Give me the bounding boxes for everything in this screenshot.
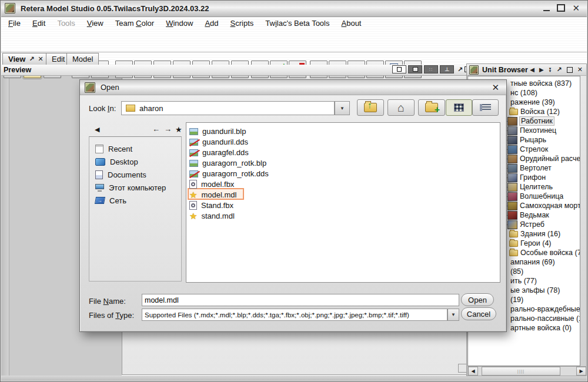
maximize-icon[interactable] bbox=[557, 4, 565, 12]
fbx-file-icon bbox=[189, 180, 197, 189]
tree-item[interactable]: ампания (69) bbox=[510, 257, 555, 267]
tab-restore-icon[interactable]: ↗ bbox=[29, 55, 34, 63]
menu-item-view[interactable]: View bbox=[81, 18, 109, 29]
folder-icon bbox=[509, 240, 518, 247]
places-collapse-icon[interactable]: ◀ bbox=[95, 126, 99, 133]
tree-item-folder[interactable]: Войска (12) bbox=[509, 107, 560, 116]
file-row[interactable]: model.fbx bbox=[189, 179, 234, 189]
tree-item[interactable]: ить (77) bbox=[510, 276, 537, 286]
fbx-file-icon bbox=[189, 201, 197, 210]
ub-left-icon[interactable]: ◀ bbox=[530, 66, 534, 73]
dialog-close-icon[interactable]: ✕ bbox=[492, 82, 499, 93]
blp-file-icon bbox=[189, 128, 198, 135]
favorites-icon[interactable]: ★ bbox=[175, 125, 182, 134]
place-documents[interactable]: Documents bbox=[95, 170, 146, 179]
cancel-button[interactable]: Cancel bbox=[461, 307, 496, 320]
tree-item-unit[interactable]: Вертолет bbox=[499, 163, 552, 173]
file-row[interactable]: guanduril.dds bbox=[189, 137, 248, 147]
unit-browser-header[interactable]: Unit Browser ◀ ▶ ▼▼ ↗ ✕ bbox=[467, 64, 586, 76]
look-in-combo[interactable]: aharon bbox=[121, 101, 335, 115]
file-list[interactable]: guanduril.blp guanduril.dds guaragfel.dd… bbox=[186, 122, 500, 283]
tab-model[interactable]: Model bbox=[66, 53, 99, 65]
tree-item-unit[interactable]: Волшебница bbox=[499, 192, 563, 201]
unit-browser-icon bbox=[469, 65, 479, 75]
menu-item-scripts[interactable]: Scripts bbox=[225, 18, 260, 29]
open-button[interactable]: Open bbox=[461, 293, 494, 306]
file-row[interactable]: guanduril.blp bbox=[189, 126, 246, 136]
new-folder-button[interactable]: + bbox=[418, 99, 445, 116]
view-mode-points-button[interactable]: :: bbox=[424, 65, 438, 73]
up-folder-button[interactable]: ↑ bbox=[357, 99, 384, 116]
ub-close-icon[interactable]: ✕ bbox=[577, 66, 583, 73]
tree-item[interactable]: ражение (39) bbox=[510, 98, 555, 107]
title-bar[interactable]: Retera Model Studio 0.05.TwilacsTruly3D.… bbox=[0, 0, 588, 17]
hscroll-left-button[interactable]: ◀ bbox=[468, 367, 478, 376]
dialog-title-bar[interactable]: Open ✕ bbox=[80, 80, 506, 95]
file-row[interactable]: guaragorn_rotk.blp bbox=[189, 158, 266, 168]
ub-collapse-icon[interactable]: ▼▼ bbox=[549, 68, 552, 72]
place-recent[interactable]: Recent bbox=[95, 144, 132, 153]
menu-item-twilacs-beta-tools[interactable]: Twilac's Beta Tools bbox=[259, 18, 335, 29]
view-mode-solid-button[interactable] bbox=[408, 65, 422, 73]
unit-portrait-icon bbox=[507, 155, 517, 163]
file-name-input[interactable] bbox=[142, 294, 459, 306]
file-row[interactable]: ★stand.mdl bbox=[189, 211, 235, 221]
tree-item-unit[interactable]: Целитель bbox=[499, 182, 553, 192]
ub-restore-icon[interactable]: ↗ bbox=[557, 66, 562, 73]
unit-portrait-icon bbox=[507, 145, 517, 154]
file-row[interactable]: guaragorn_rotk.dds bbox=[189, 169, 269, 179]
mdl-file-icon: ★ bbox=[189, 191, 197, 199]
home-button[interactable]: ⌂ bbox=[387, 99, 415, 116]
selected-tree-label: Работник bbox=[520, 117, 554, 125]
tree-item[interactable]: тные войска (837) bbox=[510, 79, 572, 88]
tree-item[interactable]: рально-пассивные (17 bbox=[510, 314, 580, 323]
files-of-type-combo[interactable]: Supported Files (*.mdx;*.mdl;*.blp;*.dds… bbox=[142, 309, 447, 321]
tab-view[interactable]: View ↗ ✕ bbox=[2, 53, 49, 65]
view-mode-wireframe-button[interactable] bbox=[392, 65, 406, 73]
file-row[interactable]: guaragfel.dds bbox=[189, 148, 249, 158]
view-mode-normals-button[interactable]: ⊥ bbox=[440, 65, 454, 73]
tree-item[interactable]: артные войска (0) bbox=[510, 323, 572, 333]
tree-item-unit[interactable]: Пехотинец bbox=[499, 126, 556, 135]
tree-item-folder[interactable]: Здания (16) bbox=[509, 229, 560, 239]
file-row[interactable]: Stand.fbx bbox=[189, 200, 233, 210]
hscroll-thumb[interactable]: |||| bbox=[482, 367, 560, 376]
tree-item[interactable]: (85) bbox=[510, 267, 523, 276]
tree-item-unit[interactable]: Работник bbox=[499, 116, 554, 126]
menu-item-edit[interactable]: Edit bbox=[26, 18, 51, 29]
menu-item-window[interactable]: Window bbox=[160, 18, 199, 29]
forward-icon[interactable]: → bbox=[164, 125, 172, 133]
menu-item-about[interactable]: About bbox=[336, 18, 368, 29]
tree-item[interactable]: рально-враждебные ( bbox=[510, 304, 580, 314]
tree-item-folder[interactable]: Герои (4) bbox=[509, 239, 552, 248]
ub-right-icon[interactable]: ▶ bbox=[539, 66, 544, 73]
preview-restore-icon[interactable]: ↗ bbox=[457, 66, 463, 73]
minimize-icon[interactable] bbox=[543, 10, 550, 11]
file-row-selected[interactable]: ★model.mdl bbox=[189, 190, 236, 200]
tree-item[interactable]: нс (108) bbox=[510, 88, 537, 98]
tree-item[interactable]: (19) bbox=[510, 295, 523, 304]
menu-item-team-color[interactable]: Team Color bbox=[109, 18, 160, 29]
files-of-type-dropdown-icon[interactable]: ▼ bbox=[447, 309, 459, 321]
details-view-button[interactable] bbox=[472, 99, 499, 116]
place-desktop[interactable]: Desktop bbox=[95, 157, 138, 166]
back-icon[interactable]: ← bbox=[152, 125, 160, 133]
place-network[interactable]: →Сеть bbox=[95, 196, 126, 205]
unit-tree-hscrollbar[interactable]: ◀ |||| ▶ bbox=[467, 366, 587, 376]
close-icon[interactable]: ✕ bbox=[572, 4, 580, 12]
ub-maximize-icon[interactable] bbox=[567, 67, 573, 73]
unit-portrait-icon bbox=[507, 202, 517, 210]
tree-item[interactable]: ые эльфы (78) bbox=[510, 286, 560, 295]
tree-item-folder[interactable]: Особые войска (7) bbox=[509, 248, 580, 257]
tree-item-unit[interactable]: Самоходная мортира bbox=[499, 201, 580, 210]
look-in-dropdown-icon[interactable]: ▼ bbox=[335, 101, 350, 115]
dds-file-icon bbox=[189, 149, 198, 156]
tab-close-icon[interactable]: ✕ bbox=[38, 55, 44, 63]
unit-portrait-icon bbox=[507, 117, 517, 126]
menu-item-file[interactable]: File bbox=[2, 18, 26, 29]
menu-item-add[interactable]: Add bbox=[199, 18, 224, 29]
grid-view-button[interactable] bbox=[446, 99, 472, 116]
place-this-computer[interactable]: Этот компьютер bbox=[95, 183, 166, 192]
tree-item-unit[interactable]: Орудийный расчет bbox=[499, 154, 580, 163]
hscroll-right-button[interactable]: ▶ bbox=[576, 367, 586, 376]
